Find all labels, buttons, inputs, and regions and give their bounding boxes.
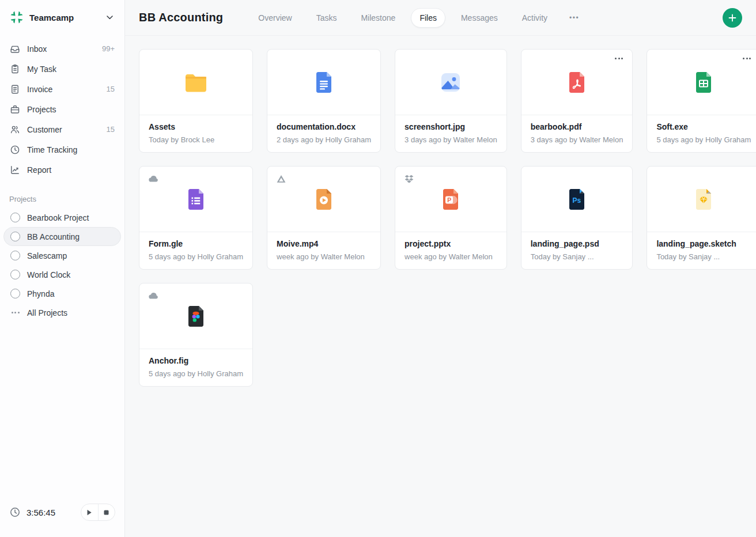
file-name: Assets [149, 122, 243, 131]
chevron-down-icon[interactable] [104, 13, 115, 22]
file-card-assets[interactable]: Assets Today by Brock Lee [139, 49, 253, 153]
cloud-icon [148, 173, 159, 185]
sidebar-project-bb-accounting[interactable]: BB Accounting [3, 227, 121, 246]
file-card-soft-exe[interactable]: Soft.exe 5 days ago by Holly Graham [647, 49, 756, 153]
file-card-form-gle[interactable]: Form.gle 5 days ago by Holly Graham [139, 166, 253, 270]
file-meta: Today by Sanjay ... [531, 252, 623, 261]
projects-section-title: Projects [0, 180, 124, 208]
project-pie-icon [10, 270, 20, 279]
plus-icon [728, 13, 737, 22]
file-card-screenshort-jpg[interactable]: screenshort.jpg 3 days ago by Walter Mel… [395, 49, 507, 153]
sidebar-item-invoice[interactable]: Invoice 15 [5, 79, 120, 99]
sketch-file-icon [690, 186, 717, 213]
file-meta: 5 days ago by Holly Graham [149, 252, 243, 261]
project-pie-icon [10, 289, 20, 298]
dropbox-icon [403, 173, 415, 185]
ppt-file-icon: P [437, 186, 464, 213]
add-button[interactable] [723, 8, 742, 28]
people-icon [10, 124, 20, 135]
brand: Teamcamp [0, 0, 124, 32]
pdf-file-icon [563, 69, 591, 96]
file-meta: 3 days ago by Walter Melon [531, 135, 623, 144]
sidebar-item-projects[interactable]: Projects [5, 99, 120, 119]
task-icon [10, 64, 20, 74]
nav-badge: 15 [107, 125, 115, 134]
sidebar-project-phynda[interactable]: Phynda [3, 284, 121, 303]
sidebar-item-my-task[interactable]: My Task [5, 59, 120, 79]
card-menu-button[interactable] [611, 54, 627, 63]
gdoc-file-icon [310, 69, 338, 96]
tab-overview[interactable]: Overview [250, 8, 300, 28]
stop-button[interactable] [98, 504, 115, 520]
sidebar-project-bearbook-project[interactable]: Bearbook Project [3, 208, 121, 227]
timer-controls [81, 504, 115, 521]
sidebar-item-inbox[interactable]: Inbox 99+ [5, 39, 120, 59]
gdrive-icon [275, 173, 287, 185]
file-name: bearbook.pdf [531, 122, 623, 131]
play-button[interactable] [81, 504, 98, 520]
file-name: landing_page.sketch [656, 239, 751, 248]
topbar: BB Accounting OverviewTasksMilestoneFile… [125, 0, 756, 36]
projects-list: Bearbook Project BB Accounting Salescamp… [0, 208, 124, 322]
figma-file-icon [182, 302, 210, 330]
file-name: documentation.docx [277, 122, 371, 131]
sheet-file-icon [690, 69, 717, 96]
tab-files[interactable]: Files [411, 8, 445, 28]
sidebar-item-customer[interactable]: Customer 15 [5, 119, 120, 139]
tab-tasks[interactable]: Tasks [308, 8, 346, 28]
sidebar: Teamcamp Inbox 99+ My Task Invoice 15 Pr… [0, 0, 125, 537]
tab-bar: OverviewTasksMilestoneFilesMessagesActiv… [250, 8, 585, 28]
tab-milestone[interactable]: Milestone [352, 8, 404, 28]
page-title: BB Accounting [139, 11, 223, 24]
sidebar-item-report[interactable]: Report [5, 160, 120, 180]
psd-file-icon: Ps [563, 186, 591, 213]
briefcase-icon [10, 104, 20, 115]
tab-more[interactable]: ••• [563, 9, 585, 27]
project-pie-icon [10, 251, 20, 260]
file-name: screenshort.jpg [405, 122, 497, 131]
file-card-bearbook-pdf[interactable]: bearbook.pdf 3 days ago by Walter Melon [521, 49, 633, 153]
file-name: Moive.mp4 [277, 239, 371, 248]
main-area: BB Accounting OverviewTasksMilestoneFile… [125, 0, 756, 537]
files-grid: Assets Today by Brock Lee documentation.… [125, 36, 756, 400]
cloud-icon [148, 290, 159, 302]
sidebar-item-all-projects[interactable]: All Projects [3, 303, 121, 322]
file-meta: 2 days ago by Holly Graham [277, 135, 371, 144]
file-card-landing-page-psd[interactable]: Ps landing_page.psd Today by Sanjay ... [521, 166, 633, 270]
file-name: Anchor.fig [149, 356, 243, 365]
app-window: Teamcamp Inbox 99+ My Task Invoice 15 Pr… [0, 0, 756, 537]
form-file-icon [182, 186, 210, 213]
file-card-documentation-docx[interactable]: documentation.docx 2 days ago by Holly G… [267, 49, 381, 153]
file-meta: 5 days ago by Holly Graham [149, 369, 243, 378]
tab-messages[interactable]: Messages [452, 8, 506, 28]
video-file-icon [310, 186, 338, 213]
file-name: Form.gle [149, 239, 243, 248]
file-card-moive-mp4[interactable]: Moive.mp4 week ago by Walter Melon [267, 166, 381, 270]
tab-activity[interactable]: Activity [513, 8, 556, 28]
file-name: landing_page.psd [531, 239, 623, 248]
play-icon [86, 509, 92, 516]
file-card-landing-page-sketch[interactable]: landing_page.sketch Today by Sanjay ... [647, 166, 756, 270]
svg-text:P: P [448, 196, 452, 203]
chart-icon [10, 165, 20, 175]
file-meta: Today by Sanjay ... [656, 252, 751, 261]
clock-icon [9, 506, 21, 518]
card-menu-button[interactable] [739, 54, 755, 63]
teamcamp-logo-icon [9, 10, 24, 25]
timer-value: 3:56:45 [27, 508, 55, 517]
file-card-anchor-fig[interactable]: Anchor.fig 5 days ago by Holly Graham [139, 283, 253, 387]
nav-badge: 99+ [102, 44, 115, 53]
time-tracker: 3:56:45 [0, 494, 124, 537]
project-pie-icon [10, 213, 20, 222]
file-card-project-pptx[interactable]: P project.pptx week ago by Walter Melon [395, 166, 507, 270]
sidebar-project-salescamp[interactable]: Salescamp [3, 246, 121, 265]
sidebar-item-time-tracking[interactable]: Time Tracking [5, 139, 120, 160]
file-name: project.pptx [405, 239, 497, 248]
stop-icon [104, 510, 109, 515]
project-pie-icon [10, 232, 20, 241]
invoice-icon [10, 84, 20, 94]
sidebar-project-world-clock[interactable]: World Clock [3, 265, 121, 284]
file-meta: week ago by Walter Melon [277, 252, 371, 261]
file-meta: week ago by Walter Melon [405, 252, 497, 261]
file-meta: Today by Brock Lee [149, 135, 243, 144]
